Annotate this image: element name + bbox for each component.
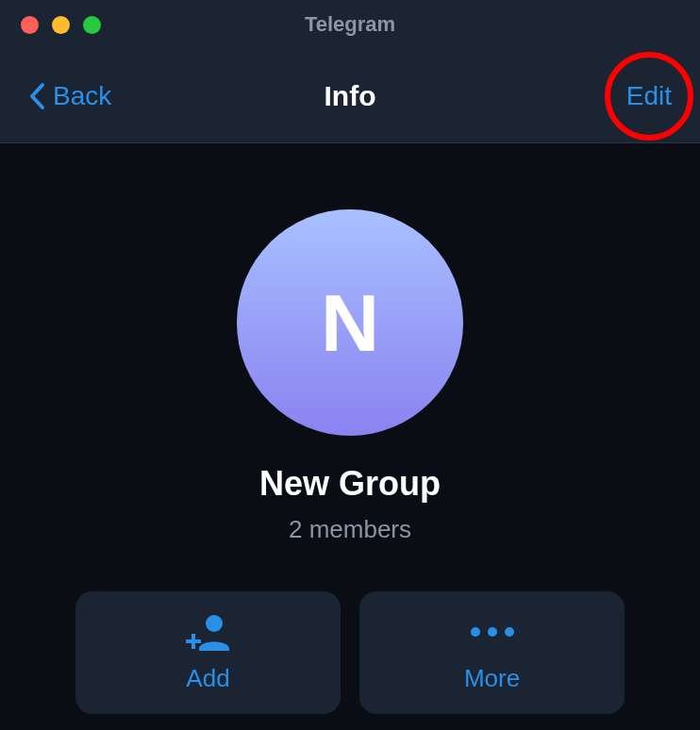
navigation-header: Back Info Edit (0, 49, 700, 143)
more-icon (470, 613, 515, 651)
traffic-lights (21, 16, 101, 34)
back-label: Back (53, 81, 111, 111)
edit-button[interactable]: Edit (626, 81, 672, 111)
svg-rect-2 (186, 639, 201, 643)
member-count: 2 members (289, 515, 411, 544)
app-title: Telegram (305, 12, 395, 37)
minimize-window-button[interactable] (52, 16, 70, 34)
close-window-button[interactable] (21, 16, 39, 34)
group-avatar[interactable]: N (237, 209, 463, 436)
avatar-letter: N (321, 276, 379, 370)
add-user-icon (186, 613, 231, 651)
more-label: More (464, 664, 520, 693)
add-button[interactable]: Add (75, 591, 341, 714)
svg-point-0 (206, 615, 223, 632)
page-title: Info (325, 80, 376, 112)
edit-label: Edit (626, 81, 672, 110)
add-label: Add (186, 664, 229, 693)
back-button[interactable]: Back (28, 81, 111, 111)
action-buttons-row: Add More (0, 591, 700, 714)
chevron-left-icon (28, 82, 45, 110)
maximize-window-button[interactable] (83, 16, 101, 34)
group-name: New Group (259, 464, 441, 504)
window-titlebar: Telegram (0, 0, 700, 49)
content-area: N New Group 2 members Add (0, 143, 700, 714)
more-button[interactable]: More (359, 591, 625, 714)
